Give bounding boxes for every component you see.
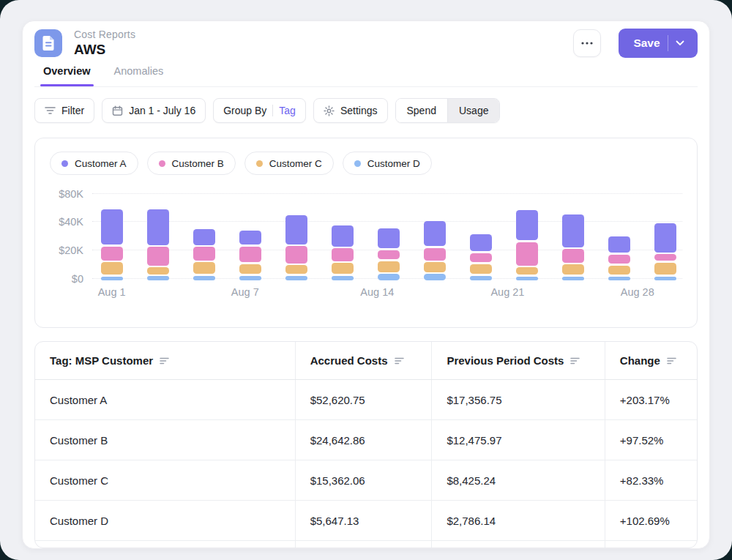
stacked-bar[interactable] bbox=[562, 185, 584, 280]
bar-segment-customer-b[interactable] bbox=[239, 247, 261, 262]
stacked-bar[interactable] bbox=[608, 185, 630, 280]
settings-button[interactable]: Settings bbox=[313, 98, 388, 123]
value-cell: +203.17% bbox=[605, 380, 697, 419]
bar-segment-customer-d[interactable] bbox=[332, 276, 354, 280]
tab-anomalies[interactable]: Anomalies bbox=[114, 65, 164, 86]
stacked-bar[interactable] bbox=[424, 185, 446, 280]
chart-plot-area: $0$20K$40K$80K bbox=[50, 185, 682, 280]
stacked-bar[interactable] bbox=[654, 185, 676, 280]
bar-segment-customer-c[interactable] bbox=[654, 263, 676, 275]
stacked-bar[interactable] bbox=[378, 185, 400, 280]
bar-segment-customer-c[interactable] bbox=[239, 264, 261, 275]
tab-overview[interactable]: Overview bbox=[43, 65, 91, 86]
bar-segment-customer-c[interactable] bbox=[193, 262, 215, 274]
legend-pill-customer-c[interactable]: Customer C bbox=[244, 152, 334, 175]
bar-segment-customer-d[interactable] bbox=[654, 277, 676, 280]
bar-segment-customer-a[interactable] bbox=[193, 229, 215, 245]
bar-segment-customer-b[interactable] bbox=[101, 247, 123, 261]
bar-segment-customer-a[interactable] bbox=[562, 214, 584, 247]
bar-segment-customer-d[interactable] bbox=[516, 277, 538, 280]
chevron-down-icon[interactable] bbox=[668, 40, 693, 46]
sort-icon[interactable] bbox=[160, 356, 170, 365]
bar-segment-customer-b[interactable] bbox=[470, 253, 492, 262]
bar-segment-customer-c[interactable] bbox=[332, 263, 354, 274]
segment-spend[interactable]: Spend bbox=[396, 99, 447, 122]
stacked-bar[interactable] bbox=[332, 185, 354, 280]
bar-segment-customer-a[interactable] bbox=[424, 221, 446, 247]
table-row-partial bbox=[35, 541, 697, 548]
bar-segment-customer-c[interactable] bbox=[424, 262, 446, 272]
bar-segment-customer-d[interactable] bbox=[285, 276, 307, 280]
bar-segment-customer-b[interactable] bbox=[378, 250, 400, 260]
stacked-bar[interactable] bbox=[101, 185, 123, 280]
bar-segment-customer-b[interactable] bbox=[332, 248, 354, 261]
filter-button[interactable]: Filter bbox=[34, 98, 94, 123]
bar-segment-customer-a[interactable] bbox=[378, 228, 400, 248]
bar-segment-customer-d[interactable] bbox=[562, 277, 584, 280]
stacked-bar[interactable] bbox=[516, 185, 538, 280]
stacked-bar[interactable] bbox=[470, 185, 492, 280]
bar-segment-customer-d[interactable] bbox=[147, 276, 169, 280]
group-by-button[interactable]: Group By Tag bbox=[213, 98, 306, 123]
bar-segment-customer-c[interactable] bbox=[101, 262, 123, 275]
bar-segment-customer-a[interactable] bbox=[654, 223, 676, 253]
stacked-bar[interactable] bbox=[193, 185, 215, 280]
bar-segment-customer-b[interactable] bbox=[562, 249, 584, 262]
bar-segment-customer-c[interactable] bbox=[470, 264, 492, 275]
bar-segment-customer-c[interactable] bbox=[516, 267, 538, 275]
bar-segment-customer-c[interactable] bbox=[285, 265, 307, 274]
customer-name-cell: Customer A bbox=[35, 380, 295, 419]
column-header-tag[interactable]: Tag: MSP Customer bbox=[35, 342, 295, 379]
bar-segment-customer-b[interactable] bbox=[147, 247, 169, 266]
date-range-button[interactable]: Jan 1 - July 16 bbox=[102, 98, 206, 123]
legend-pill-customer-d[interactable]: Customer D bbox=[343, 152, 432, 175]
bar-segment-customer-b[interactable] bbox=[285, 246, 307, 263]
bar-segment-customer-d[interactable] bbox=[193, 276, 215, 280]
bar-segment-customer-b[interactable] bbox=[424, 248, 446, 261]
bar-segment-customer-c[interactable] bbox=[562, 264, 584, 275]
sort-icon[interactable] bbox=[395, 356, 405, 365]
bar-segment-customer-a[interactable] bbox=[101, 209, 123, 245]
customer-name-cell: Customer B bbox=[35, 420, 295, 460]
bar-segment-customer-d[interactable] bbox=[470, 276, 492, 280]
empty-cell bbox=[431, 541, 604, 548]
bar-segment-customer-d[interactable] bbox=[239, 276, 261, 280]
table-row[interactable]: Customer C$15,362.06$8,425.24+82.33% bbox=[35, 460, 697, 501]
bar-segment-customer-d[interactable] bbox=[378, 274, 400, 280]
value-cell: $8,425.24 bbox=[431, 460, 604, 500]
segment-usage[interactable]: Usage bbox=[447, 99, 499, 122]
bar-segment-customer-a[interactable] bbox=[608, 236, 630, 253]
bar-segment-customer-a[interactable] bbox=[285, 215, 307, 244]
bar-segment-customer-a[interactable] bbox=[470, 234, 492, 251]
stacked-bar[interactable] bbox=[239, 185, 261, 280]
bar-segment-customer-d[interactable] bbox=[608, 277, 630, 280]
bar-segment-customer-b[interactable] bbox=[516, 242, 538, 266]
bar-segment-customer-d[interactable] bbox=[101, 277, 123, 280]
column-header-accrued-costs[interactable]: Accrued Costs bbox=[295, 342, 432, 379]
sort-icon[interactable] bbox=[570, 356, 580, 365]
sort-icon[interactable] bbox=[667, 356, 677, 365]
save-button[interactable]: Save bbox=[619, 29, 698, 58]
legend-pill-customer-a[interactable]: Customer A bbox=[50, 152, 138, 175]
bar-segment-customer-d[interactable] bbox=[424, 274, 446, 280]
bar-segment-customer-b[interactable] bbox=[654, 254, 676, 261]
stacked-bar[interactable] bbox=[285, 185, 307, 280]
table-row[interactable]: Customer A$52,620.75$17,356.75+203.17% bbox=[35, 380, 697, 420]
bar-segment-customer-a[interactable] bbox=[516, 210, 538, 241]
bar-segment-customer-c[interactable] bbox=[608, 266, 630, 275]
bar-segment-customer-a[interactable] bbox=[147, 209, 169, 244]
bar-segment-customer-c[interactable] bbox=[378, 261, 400, 272]
bar-segment-customer-c[interactable] bbox=[147, 267, 169, 274]
more-actions-button[interactable] bbox=[573, 29, 601, 57]
bar-segment-customer-b[interactable] bbox=[193, 247, 215, 261]
legend-pill-customer-b[interactable]: Customer B bbox=[147, 152, 236, 175]
bar-segment-customer-a[interactable] bbox=[332, 225, 354, 247]
column-header-previous-period-costs[interactable]: Previous Period Costs bbox=[431, 342, 604, 379]
table-row[interactable]: Customer B$24,642.86$12,475.97+97.52% bbox=[35, 420, 697, 460]
stacked-bar[interactable] bbox=[147, 185, 169, 280]
x-axis-tick-label: Aug 21 bbox=[490, 286, 524, 298]
bar-segment-customer-b[interactable] bbox=[608, 255, 630, 264]
bar-segment-customer-a[interactable] bbox=[239, 231, 261, 245]
table-row[interactable]: Customer D$5,647.13$2,786.14+102.69% bbox=[35, 501, 697, 541]
column-header-change[interactable]: Change bbox=[605, 342, 697, 379]
